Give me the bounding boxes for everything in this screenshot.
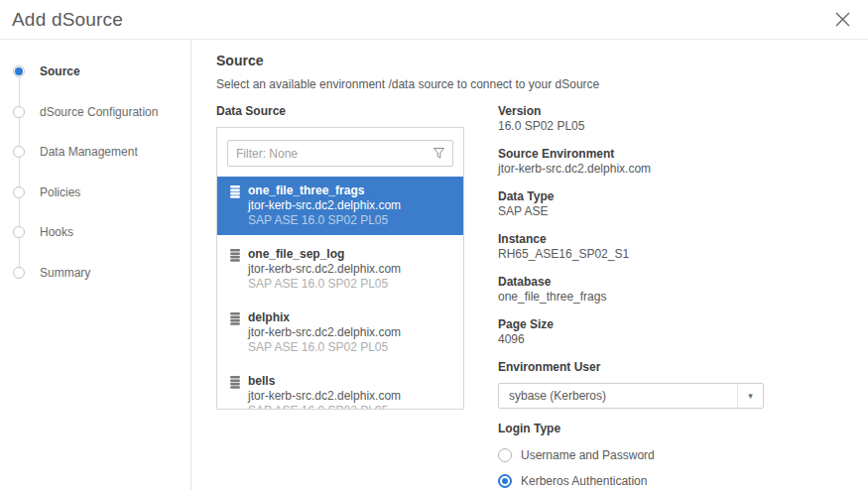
- section-subtitle: Select an available environment /data so…: [216, 77, 868, 91]
- source-host: jtor-kerb-src.dc2.delphix.com: [248, 389, 401, 404]
- step-dot-icon: [13, 186, 25, 198]
- detail-value: jtor-kerb-src.dc2.delphix.com: [498, 162, 845, 177]
- step-label: Summary: [40, 266, 90, 280]
- step-source[interactable]: Source: [0, 52, 190, 92]
- detail-data-type: Data Type SAP ASE: [498, 189, 845, 219]
- add-dsource-dialog: Add dSource Source dSource Configuration…: [0, 0, 868, 490]
- source-name: one_file_three_frags: [248, 184, 401, 198]
- source-version: SAP ASE 16.0 SP02 PL05: [248, 277, 401, 292]
- environment-user-label: Environment User: [498, 360, 845, 375]
- step-dot-icon: [13, 106, 25, 118]
- detail-source-environment: Source Environment jtor-kerb-src.dc2.del…: [498, 147, 845, 177]
- step-policies[interactable]: Policies: [0, 173, 190, 213]
- detail-label: Page Size: [498, 317, 845, 332]
- close-icon: [834, 11, 851, 28]
- step-label: dSource Configuration: [40, 105, 158, 119]
- step-dot-icon: [13, 226, 25, 238]
- step-label: Policies: [40, 185, 80, 199]
- wizard-stepper: Source dSource Configuration Data Manage…: [0, 40, 191, 490]
- source-details-column: Version 16.0 SP02 PL05 Source Environmen…: [498, 104, 845, 490]
- database-icon: [230, 185, 240, 198]
- source-version: SAP ASE 16.0 SP02 PL05: [248, 404, 401, 410]
- detail-database: Database one_file_three_frags: [498, 275, 845, 305]
- filter-box: [227, 140, 453, 167]
- source-host: jtor-kerb-src.dc2.delphix.com: [248, 325, 401, 340]
- filter-input[interactable]: [228, 147, 434, 161]
- data-source-label: Data Source: [216, 104, 464, 119]
- step-active-dot-icon: [13, 65, 25, 77]
- environment-user-value: sybase (Kerberos): [499, 389, 737, 403]
- radio-unchecked-icon: [498, 448, 512, 462]
- step-summary[interactable]: Summary: [0, 253, 190, 294]
- radio-checked-icon: [498, 474, 512, 488]
- list-item-one-file-sep-log[interactable]: one_file_sep_log jtor-kerb-src.dc2.delph…: [217, 240, 463, 299]
- source-name: one_file_sep_log: [248, 247, 401, 262]
- section-heading: Source: [216, 53, 868, 68]
- detail-label: Database: [498, 275, 845, 290]
- radio-label: Kerberos Authentication: [521, 474, 647, 488]
- step-dot-icon: [13, 267, 25, 279]
- detail-label: Source Environment: [498, 147, 845, 162]
- detail-value: one_file_three_frags: [498, 290, 845, 305]
- dialog-header: Add dSource: [0, 0, 868, 40]
- step-dsource-configuration[interactable]: dSource Configuration: [0, 92, 190, 133]
- list-item-one-file-three-frags[interactable]: one_file_three_frags jtor-kerb-src.dc2.d…: [217, 177, 463, 235]
- database-icon: [230, 249, 240, 262]
- step-label: Source: [40, 64, 80, 78]
- radio-username-password[interactable]: Username and Password: [498, 448, 845, 462]
- list-item-delphix[interactable]: delphix jtor-kerb-src.dc2.delphix.com SA…: [217, 304, 463, 362]
- detail-value: RH65_ASE16_SP02_S1: [498, 247, 845, 262]
- step-dot-icon: [13, 146, 25, 158]
- source-name: bells: [248, 374, 401, 389]
- environment-user-field: Environment User sybase (Kerberos) ▾: [498, 360, 845, 409]
- detail-value: SAP ASE: [498, 204, 845, 219]
- source-host: jtor-kerb-src.dc2.delphix.com: [248, 262, 401, 277]
- database-icon: [230, 312, 240, 325]
- detail-instance: Instance RH65_ASE16_SP02_S1: [498, 232, 845, 262]
- detail-page-size: Page Size 4096: [498, 317, 845, 347]
- page-title: Add dSource: [12, 9, 123, 31]
- environment-user-select[interactable]: sybase (Kerberos) ▾: [498, 383, 764, 409]
- detail-label: Instance: [498, 232, 845, 247]
- radio-label: Username and Password: [521, 448, 655, 462]
- step-hooks[interactable]: Hooks: [0, 212, 190, 253]
- chevron-down-icon: ▾: [737, 384, 763, 408]
- source-host: jtor-kerb-src.dc2.delphix.com: [248, 198, 401, 213]
- source-name: delphix: [248, 310, 401, 325]
- step-label: Hooks: [40, 225, 73, 239]
- detail-label: Version: [498, 104, 845, 119]
- step-data-management[interactable]: Data Management: [0, 132, 190, 173]
- close-button[interactable]: [832, 9, 852, 29]
- list-item-bells[interactable]: bells jtor-kerb-src.dc2.delphix.com SAP …: [217, 367, 463, 410]
- detail-value: 16.0 SP02 PL05: [498, 119, 845, 134]
- step-label: Data Management: [40, 145, 138, 159]
- main-content: Source Select an available environment /…: [191, 40, 868, 490]
- radio-kerberos-authentication[interactable]: Kerberos Authentication: [498, 474, 845, 488]
- filter-funnel-icon: [434, 148, 444, 159]
- login-type-label: Login Type: [498, 422, 845, 436]
- detail-version: Version 16.0 SP02 PL05: [498, 104, 845, 134]
- database-icon: [230, 376, 240, 389]
- detail-label: Data Type: [498, 189, 845, 204]
- detail-value: 4096: [498, 332, 845, 347]
- source-version: SAP ASE 16.0 SP02 PL05: [248, 213, 401, 228]
- data-source-column: Data Source: [216, 104, 464, 490]
- data-source-list: one_file_three_frags jtor-kerb-src.dc2.d…: [217, 177, 463, 410]
- data-source-panel: one_file_three_frags jtor-kerb-src.dc2.d…: [216, 127, 464, 410]
- source-version: SAP ASE 16.0 SP02 PL05: [248, 340, 401, 355]
